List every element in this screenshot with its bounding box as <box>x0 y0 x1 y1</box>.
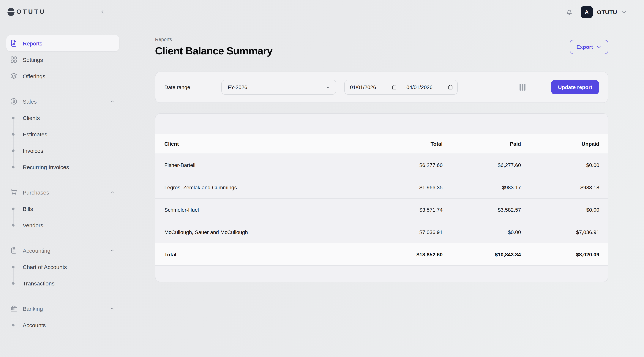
cell-total: $7,036.91 <box>364 221 442 243</box>
sidebar-item-label: Recurring Invoices <box>23 164 69 170</box>
update-report-button[interactable]: Update report <box>551 80 599 94</box>
sidebar-item-recurring-invoices[interactable]: Recurring Invoices <box>6 159 119 175</box>
date-range-select[interactable]: FY-2026 <box>222 80 336 95</box>
chevron-up-icon <box>110 99 115 104</box>
chevron-up-icon <box>110 306 115 311</box>
cell-paid: $983.17 <box>442 176 521 198</box>
sidebar-group-label: Banking <box>23 306 43 312</box>
layers-icon <box>10 72 18 80</box>
notifications-button[interactable] <box>565 8 573 16</box>
topbar: A OTUTU <box>126 0 644 24</box>
cell-client: Fisher-Bartell <box>156 154 364 176</box>
column-header-paid: Paid <box>442 134 521 154</box>
total-paid: $10,843.34 <box>442 243 521 266</box>
table-row[interactable]: Legros, Zemlak and Cummings $1,966.35 $9… <box>156 176 608 198</box>
sidebar-collapse-button[interactable] <box>100 9 106 15</box>
calendar-icon[interactable] <box>391 84 397 90</box>
logo-text: OTUTU <box>16 8 46 16</box>
table-footer <box>156 266 608 282</box>
bullet-icon <box>12 282 14 284</box>
banking-children: Accounts <box>6 317 119 333</box>
sidebar-group-accounting[interactable]: Accounting <box>6 242 119 258</box>
sidebar-item-reports[interactable]: Reports <box>6 35 119 52</box>
report-filter-bar: Date range FY-2026 01/01/2026 <box>155 72 608 103</box>
nav-spacer <box>6 175 119 184</box>
sidebar-item-invoices[interactable]: Invoices <box>6 142 119 159</box>
main-area: A OTUTU Reports Client Balance Summary E… <box>126 0 644 357</box>
sidebar-item-label: Vendors <box>23 222 43 228</box>
sidebar-group-label: Sales <box>23 98 37 104</box>
clipboard-icon <box>10 246 18 254</box>
chevron-up-icon <box>110 248 115 253</box>
dollar-circle-icon <box>10 97 18 106</box>
sidebar-item-vendors[interactable]: Vendors <box>6 217 119 233</box>
report-document-icon <box>10 39 18 47</box>
nav-spacer <box>6 84 119 93</box>
avatar: A <box>581 6 593 18</box>
page-header-titles: Reports Client Balance Summary <box>155 36 272 58</box>
page-content: Reports Client Balance Summary Export Da… <box>126 24 644 282</box>
app-window: OTUTU Reports Settings <box>0 0 644 357</box>
sales-children: Clients Estimates Invoices Recurring Inv… <box>6 110 119 175</box>
sidebar-item-bills[interactable]: Bills <box>6 200 119 217</box>
start-date-value: 01/01/2026 <box>350 84 376 90</box>
column-header-client: Client <box>156 134 364 154</box>
table-row[interactable]: McCullough, Sauer and McCullough $7,036.… <box>156 221 608 243</box>
user-menu[interactable]: A OTUTU <box>581 6 627 18</box>
sidebar-group-banking[interactable]: Banking <box>6 300 119 317</box>
cell-client: Schmeler-Huel <box>156 198 364 221</box>
cell-paid: $6,277.60 <box>442 154 521 176</box>
end-date-value: 04/01/2026 <box>406 84 432 90</box>
chevron-down-icon <box>621 9 627 15</box>
cell-unpaid: $0.00 <box>521 198 608 221</box>
chevron-left-icon <box>100 9 106 15</box>
purchases-children: Bills Vendors <box>6 200 119 233</box>
sidebar-group-label: Accounting <box>23 247 50 254</box>
cell-total: $3,571.74 <box>364 198 442 221</box>
column-header-unpaid: Unpaid <box>521 134 608 154</box>
bullet-icon <box>12 224 14 226</box>
nav-spacer <box>6 233 119 242</box>
sidebar-item-label: Bills <box>23 206 33 212</box>
cell-unpaid: $983.18 <box>521 176 608 198</box>
bullet-icon <box>12 116 14 119</box>
bullet-icon <box>12 149 14 152</box>
breadcrumb: Reports <box>155 36 272 42</box>
chevron-down-icon <box>326 85 330 90</box>
table-row[interactable]: Fisher-Bartell $6,277.60 $6,277.60 $0.00 <box>156 154 608 176</box>
page-header: Reports Client Balance Summary Export <box>155 36 608 58</box>
table-row[interactable]: Schmeler-Huel $3,571.74 $3,582.57 $0.00 <box>156 198 608 221</box>
calendar-icon[interactable] <box>448 84 453 90</box>
export-button[interactable]: Export <box>570 40 608 54</box>
table-total-row: Total $18,852.60 $10,843.34 $8,020.09 <box>156 243 608 266</box>
sidebar-item-chart-of-accounts[interactable]: Chart of Accounts <box>6 258 119 275</box>
sidebar-item-label: Estimates <box>23 131 47 137</box>
bank-icon <box>10 304 18 313</box>
nav-spacer <box>6 292 119 300</box>
sidebar: OTUTU Reports Settings <box>0 0 126 357</box>
logo-mark-icon <box>8 8 14 16</box>
chevron-up-icon <box>110 190 115 195</box>
sidebar-item-label: Chart of Accounts <box>23 264 67 270</box>
start-date-input[interactable]: 01/01/2026 <box>345 80 401 94</box>
sidebar-item-estimates[interactable]: Estimates <box>6 126 119 142</box>
sidebar-item-label: Reports <box>23 40 42 46</box>
sidebar-group-purchases[interactable]: Purchases <box>6 184 119 200</box>
sidebar-group-sales[interactable]: Sales <box>6 93 119 110</box>
sidebar-item-transactions[interactable]: Transactions <box>6 275 119 292</box>
date-inputs-group: 01/01/2026 04/01/2026 <box>344 80 458 95</box>
sidebar-item-settings[interactable]: Settings <box>6 52 119 68</box>
sidebar-item-label: Invoices <box>23 148 43 154</box>
total-unpaid: $8,020.09 <box>521 243 608 266</box>
cell-unpaid: $0.00 <box>521 154 608 176</box>
column-header-total: Total <box>364 134 442 154</box>
sidebar-item-clients[interactable]: Clients <box>6 110 119 126</box>
accounting-children: Chart of Accounts Transactions <box>6 258 119 292</box>
columns-toggle-button[interactable] <box>518 83 526 91</box>
sidebar-item-offerings[interactable]: Offerings <box>6 68 119 84</box>
sidebar-item-accounts[interactable]: Accounts <box>6 317 119 333</box>
page-title: Client Balance Summary <box>155 45 272 58</box>
sidebar-item-label: Accounts <box>23 322 46 328</box>
sidebar-item-label: Transactions <box>23 280 54 286</box>
end-date-input[interactable]: 04/01/2026 <box>401 80 457 94</box>
